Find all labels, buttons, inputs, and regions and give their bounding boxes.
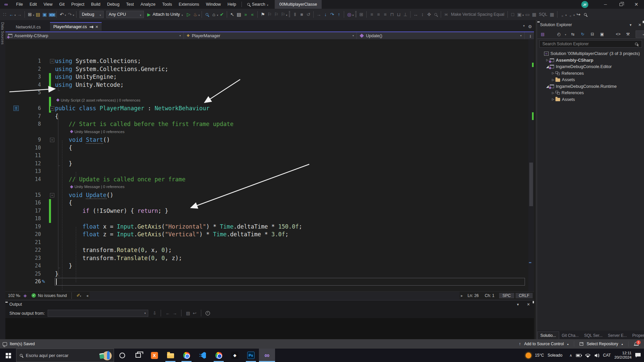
scroll-left-arrow[interactable]: ◂ [86,293,88,298]
refresh-icon[interactable]: ↻ [580,31,586,38]
scrollbar-thumb[interactable] [529,163,533,206]
codelens-text[interactable]: Unity Message | 0 references [70,185,124,189]
code-line[interactable]: 24 } [5,262,528,270]
align-centers-icon[interactable]: ≡ [375,11,381,18]
code-line[interactable]: 8 // Start is called before the first fr… [5,120,528,128]
timestamp-icon[interactable] [206,311,210,315]
chevron-down-icon[interactable]: ▾ [630,23,632,27]
undo-icon[interactable]: ↶ [59,11,65,18]
menu-git[interactable]: Git [56,0,68,9]
tray-expand-chevron-icon[interactable]: ∧ [570,353,572,358]
restore-button[interactable] [613,0,629,9]
photoshop-icon[interactable]: Ps [243,349,259,362]
code-line[interactable]: 22 transform.Rotate(0, x, 0); [5,246,528,254]
line-ending-indicator[interactable]: CRLF [516,293,533,298]
code-line[interactable]: 25} [5,270,528,278]
member-dropdown[interactable]: Update() ▾ [357,32,525,39]
add-watch-icon[interactable]: ⊞ [358,11,364,18]
menu-edit[interactable]: Edit [26,0,40,9]
format-document-icon[interactable]: ▤ [236,11,242,18]
bring-to-front-icon[interactable]: □ [510,11,516,18]
code-editor[interactable]: 1−using System.Collections;2using System… [5,39,534,291]
code-line[interactable]: 9− void Start() [5,136,528,144]
select-repository-button[interactable]: Select Repository [587,342,618,346]
clear-all-icon[interactable]: ▤ [186,311,190,316]
fold-toggle[interactable]: − [50,59,54,63]
tree-item-assets[interactable]: ▷Assets [537,76,644,83]
tree-item-ingamedebugconsole-editor[interactable]: ◢IngameDebugConsole.Editor [537,63,644,70]
step-over-icon[interactable]: ↷ [329,11,335,18]
redo-icon[interactable]: ↷ [67,11,73,18]
add-to-source-control-button[interactable]: Add to Source Control [524,342,564,346]
volume-icon[interactable] [594,353,599,358]
breakpoints-icon[interactable]: ◎ [346,11,352,18]
close-button[interactable]: ✕ [629,0,644,9]
tree-item-references[interactable]: ▷References [537,70,644,77]
tree-item-assets[interactable]: ▷Assets [537,96,644,103]
visual-studio-icon[interactable]: ∞ [259,349,275,362]
collapse-all-icon[interactable]: ⊟ [589,31,595,38]
chrome-icon[interactable] [178,349,195,362]
split-editor-button[interactable]: ↨ [525,32,534,39]
spell-check-icon[interactable]: ✔ [219,11,225,18]
restart-icon[interactable]: ↺ [305,11,311,18]
properties-wrench-icon[interactable]: ⚒ [625,31,631,38]
tab-playermanager-cs[interactable]: PlayerManager.cs✕ [50,22,102,31]
codelens-text[interactable]: Unity Script (2 asset references) | 0 re… [57,98,141,102]
project-dropdown[interactable]: Assembly-CSharp ▾ [5,32,184,39]
code-line[interactable]: 17 if (!IsOwner) { return; } [5,207,528,215]
notifications-bell-icon[interactable]: 1 [634,342,639,346]
view-code-icon[interactable]: <> [615,31,621,38]
scroll-right-arrow[interactable]: ▸ [461,293,463,298]
minimize-button[interactable]: ─ [598,0,613,9]
encoding-indicator[interactable]: SPC [499,293,514,298]
tab-list-chevron-icon[interactable]: ▾ [523,24,525,29]
word-wrap-icon[interactable]: ↩ [193,311,197,316]
quote-style-icon[interactable]: „ [559,11,566,18]
code-line[interactable]: 21 [5,239,528,247]
vscode-icon[interactable] [195,349,211,362]
table-layout-icon[interactable]: ▦ [549,11,555,18]
code-line[interactable]: 5 [5,89,528,97]
code-line[interactable]: 23 transform.Translate(0, 0, z); [5,254,528,262]
pin-icon[interactable] [90,25,93,29]
search-button[interactable]: Search ▾ [244,2,272,7]
chevron-down-icon[interactable]: ▾ [517,302,519,307]
same-width-icon[interactable]: ↔ [413,11,419,18]
platform-select[interactable]: Any CPU▾ [106,11,144,18]
code-line[interactable]: 7{ [5,113,528,121]
collapsed-arrow-icon[interactable]: ▷ [551,98,555,101]
code-line[interactable]: 12 } [5,160,528,168]
menu-help[interactable]: Help [224,0,239,9]
tab-settings-gear-icon[interactable]: ⚙ [528,24,532,29]
close-icon[interactable]: ✕ [95,25,98,29]
panel-tab-solutio[interactable]: Solutio... [537,331,559,339]
navigate-forward-icon[interactable]: → [16,11,22,18]
debug-target-select[interactable]: Debug▾ [79,11,104,18]
layout-grid-icon[interactable]: ▦ [531,11,537,18]
align-middles-icon[interactable]: ⊔ [395,11,401,18]
bookmark-icon[interactable]: ⚑ [260,11,266,18]
drag-handle-icon[interactable]: ∷ [2,11,8,18]
menu-analyze[interactable]: Analyze [137,0,159,9]
indent-icon[interactable]: » [243,11,249,18]
fold-toggle[interactable]: − [50,138,54,142]
code-line[interactable]: 4using Unity.Netcode; [5,81,528,89]
horizontal-scrollbar[interactable] [90,292,460,299]
code-line[interactable]: 16 { [5,199,528,207]
clock[interactable]: 12:11 20/2/2024 [614,351,632,360]
show-next-statement-icon[interactable]: → [316,11,322,18]
collapsed-arrow-icon[interactable]: ▷ [551,78,555,81]
start-button[interactable] [0,349,16,362]
cortana-icon[interactable] [114,349,130,362]
menu-view[interactable]: View [40,0,56,9]
output-content[interactable] [5,318,534,339]
unity-hub-icon[interactable]: ◆ [227,349,243,362]
code-line[interactable]: 20 float z = Input.GetAxis("Vertical") *… [5,231,528,239]
same-size-icon[interactable]: ✥ [426,11,432,18]
open-file-icon[interactable]: ▤ [35,11,41,18]
save-icon[interactable]: ▣ [42,11,48,18]
menu-test[interactable]: Test [123,0,137,9]
code-line[interactable]: 15− void Update() [5,191,528,199]
language-indicator[interactable]: CAT [603,353,611,358]
